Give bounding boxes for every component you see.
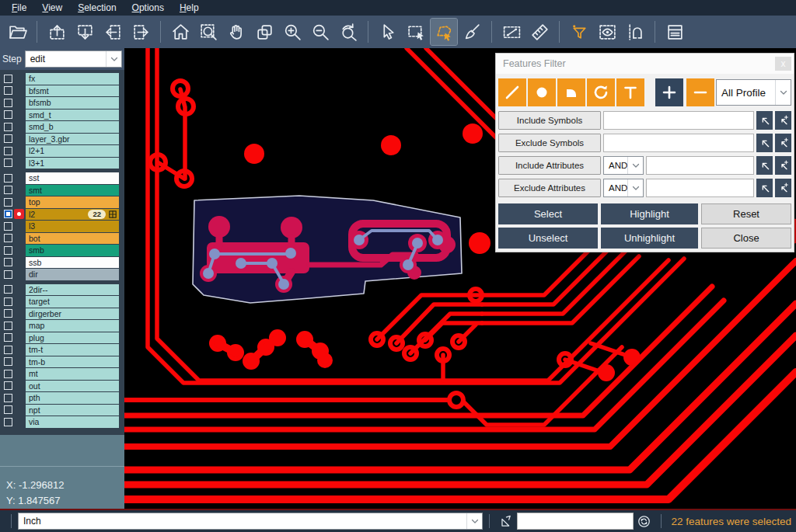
layer-name[interactable]: plug [26,332,119,344]
layer-name[interactable]: target [26,296,119,308]
layer-name[interactable]: dirgerber [26,308,119,320]
features-filter-button[interactable] [566,19,592,45]
layer-visibility-checkbox[interactable] [4,110,12,119]
round-feature-button[interactable] [528,78,556,106]
view-options-button[interactable] [594,19,620,45]
layer-name[interactable]: smd_b [26,121,119,133]
add-feature-button[interactable] [655,78,683,106]
include-symbols-input[interactable] [603,111,754,130]
pick-add-button[interactable] [775,134,791,152]
corner-measure-icon[interactable] [499,514,514,529]
pick-button[interactable] [756,179,773,197]
layer-visibility-checkbox[interactable] [4,86,12,95]
layer-visibility-checkbox[interactable] [4,210,12,218]
zoom-previous-button[interactable] [335,19,361,45]
pan-hand-button[interactable] [223,19,250,45]
open-file-button[interactable] [4,19,30,45]
layer-visibility-checkbox[interactable] [4,357,12,366]
zoom-area-button[interactable] [195,19,222,45]
layer-visibility-checkbox[interactable] [4,258,12,266]
layer-visibility-checkbox[interactable] [4,134,12,143]
layer-visibility-checkbox[interactable] [4,147,12,155]
snap-button[interactable] [622,19,648,45]
layer-visibility-checkbox[interactable] [4,381,12,390]
layer-visibility-checkbox[interactable] [4,405,12,414]
pane-left-button[interactable] [100,19,126,45]
layer-name[interactable]: smb [26,245,119,256]
layer-name[interactable]: npt [26,405,119,416]
exclude-attributes-input[interactable] [646,179,754,197]
layer-name[interactable]: l3 [26,221,119,232]
layer-name[interactable]: fx [26,73,119,85]
layer-name[interactable]: smt [26,185,119,196]
layer-visibility-checkbox[interactable] [4,123,12,131]
dialog-title-bar[interactable]: Features Filter x [496,54,794,74]
command-input[interactable] [517,513,634,530]
layer-visibility-checkbox[interactable] [4,246,12,255]
layer-visibility-checkbox[interactable] [4,222,12,231]
close-icon[interactable]: x [775,57,791,71]
text-feature-button[interactable] [616,78,644,106]
surface-feature-button[interactable] [557,78,585,106]
select-polygon-button[interactable] [431,19,457,45]
grid-icon[interactable] [109,210,117,218]
layer-visibility-checkbox[interactable] [4,285,12,294]
layer-name[interactable]: map [26,320,119,332]
layers-panel-button[interactable] [662,19,688,45]
zoom-out-button[interactable] [307,19,333,45]
select-rectangle-button[interactable] [403,19,429,45]
line-feature-button[interactable] [498,78,526,106]
select-pointer-button[interactable] [375,19,401,45]
ruler-button[interactable] [526,19,553,45]
close-button[interactable]: Close [701,228,791,249]
select-button[interactable]: Select [498,203,598,224]
pick-add-button[interactable] [775,179,791,197]
remove-feature-button[interactable] [686,78,714,106]
layer-visibility-checkbox[interactable] [4,346,12,354]
logic-select[interactable]: AND [603,179,644,197]
pick-add-button[interactable] [775,111,791,130]
layer-name[interactable]: pth [26,392,119,404]
sync-icon[interactable] [637,514,651,529]
exclude-symbols-button[interactable]: Exclude Symbols [498,134,601,152]
menu-item-help[interactable]: Help [173,2,206,14]
layer-visibility-checkbox[interactable] [4,370,12,378]
step-select[interactable]: edit [25,50,122,68]
exclude-symbols-input[interactable] [603,134,754,152]
layer-visibility-checkbox[interactable] [4,309,12,318]
include-attributes-button[interactable]: Include Attributes [498,156,601,175]
pane-right-button[interactable] [127,19,154,45]
layer-name[interactable]: l2+1 [26,145,119,157]
layer-visibility-checkbox[interactable] [4,270,12,279]
pick-add-button[interactable] [775,156,791,175]
layer-name[interactable]: l222 [26,209,119,221]
menu-item-view[interactable]: View [35,2,69,14]
pick-button[interactable] [756,111,773,130]
exclude-attributes-button[interactable]: Exclude Attributes [498,179,601,197]
layer-visibility-checkbox[interactable] [4,186,12,194]
menu-item-options[interactable]: Options [125,2,171,14]
menu-item-file[interactable]: File [5,2,33,14]
reset-button[interactable]: Reset [701,203,791,224]
layer-name[interactable]: tm-t [26,344,119,356]
units-select[interactable]: Inch [18,513,483,530]
pane-up-button[interactable] [44,19,70,45]
layer-visibility-checkbox[interactable] [4,322,12,330]
pane-down-button[interactable] [72,19,98,45]
unselect-button[interactable]: Unselect [498,228,598,249]
layer-name[interactable]: mt [26,368,119,380]
layer-name[interactable]: l3+1 [26,158,119,169]
logic-select[interactable]: AND [603,156,644,175]
layer-name[interactable]: out [26,381,119,392]
arc-feature-button[interactable] [587,78,615,106]
layer-name[interactable]: bfsmb [26,97,119,109]
layer-visibility-checkbox[interactable] [4,75,12,83]
layer-name[interactable]: top [26,196,119,208]
layer-visibility-checkbox[interactable] [4,418,12,426]
include-symbols-button[interactable]: Include Symbols [498,111,601,130]
zoom-home-button[interactable] [167,19,194,45]
layer-visibility-checkbox[interactable] [4,234,12,242]
layer-name[interactable]: layer_3.gbr [26,134,119,145]
layer-visibility-checkbox[interactable] [4,297,12,306]
layer-name[interactable]: tm-b [26,356,119,368]
